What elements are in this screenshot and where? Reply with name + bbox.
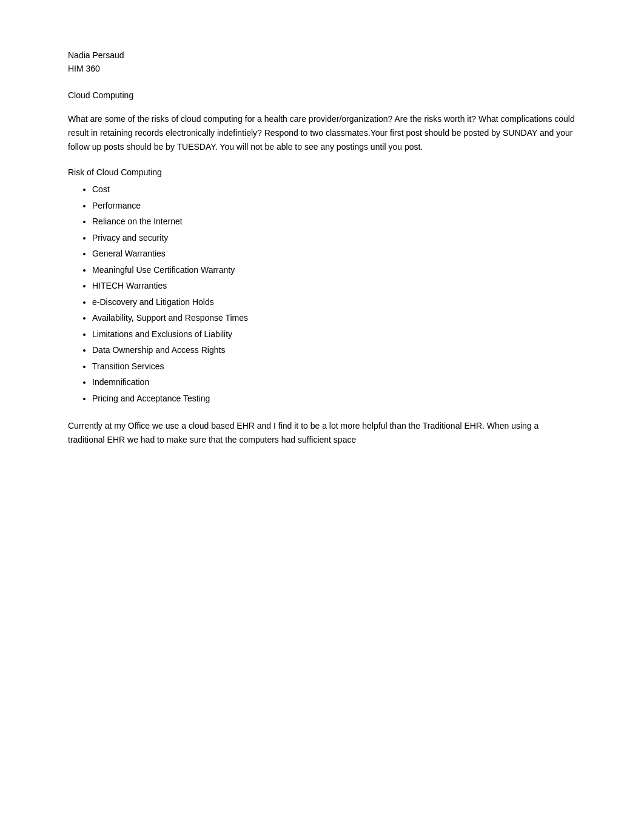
list-item: Pricing and Acceptance Testing xyxy=(92,391,576,406)
body-paragraph-text: Currently at my Office we use a cloud ba… xyxy=(68,421,538,444)
list-item: Performance xyxy=(92,198,576,213)
prompt-text: What are some of the risks of cloud comp… xyxy=(68,114,575,152)
list-item: Availability, Support and Response Times xyxy=(92,310,576,326)
author-course: HIM 360 xyxy=(68,62,576,75)
list-item: Reliance on the Internet xyxy=(92,214,576,229)
section-heading-text: Risk of Cloud Computing xyxy=(68,167,162,177)
page: Nadia Persaud HIM 360 Cloud Computing Wh… xyxy=(0,0,644,495)
body-paragraph: Currently at my Office we use a cloud ba… xyxy=(68,419,576,447)
author-block: Nadia Persaud HIM 360 xyxy=(68,49,576,76)
list-item: General Warranties xyxy=(92,246,576,261)
list-item: Transition Services xyxy=(92,359,576,374)
list-item: Privacy and security xyxy=(92,230,576,246)
bullet-list: CostPerformanceReliance on the InternetP… xyxy=(92,182,576,406)
prompt-block: What are some of the risks of cloud comp… xyxy=(68,112,576,154)
list-item: e-Discovery and Litigation Holds xyxy=(92,295,576,310)
author-name: Nadia Persaud xyxy=(68,49,576,62)
list-item: HITECH Warranties xyxy=(92,278,576,293)
list-item: Cost xyxy=(92,182,576,197)
list-item: Indemnification xyxy=(92,375,576,390)
section-heading: Risk of Cloud Computing xyxy=(68,167,576,177)
subject-text: Cloud Computing xyxy=(68,90,133,100)
list-item: Data Ownership and Access Rights xyxy=(92,343,576,358)
list-item: Limitations and Exclusions of Liability xyxy=(92,327,576,342)
list-item: Meaningful Use Certification Warranty xyxy=(92,263,576,278)
subject-line: Cloud Computing xyxy=(68,90,576,100)
